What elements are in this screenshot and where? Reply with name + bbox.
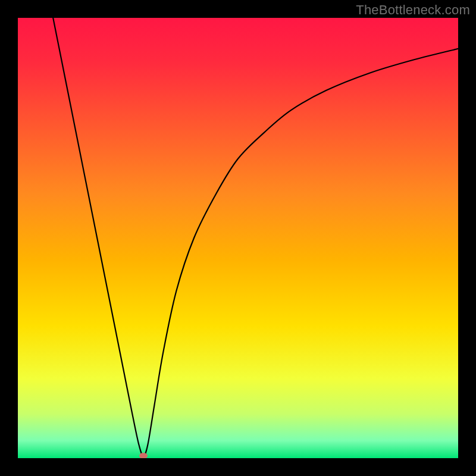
watermark-label: TheBottleneck.com	[356, 2, 470, 18]
chart-frame: TheBottleneck.com	[0, 0, 476, 476]
min-marker-icon	[139, 453, 148, 458]
bottleneck-curve	[18, 18, 458, 458]
plot-area	[18, 18, 458, 458]
